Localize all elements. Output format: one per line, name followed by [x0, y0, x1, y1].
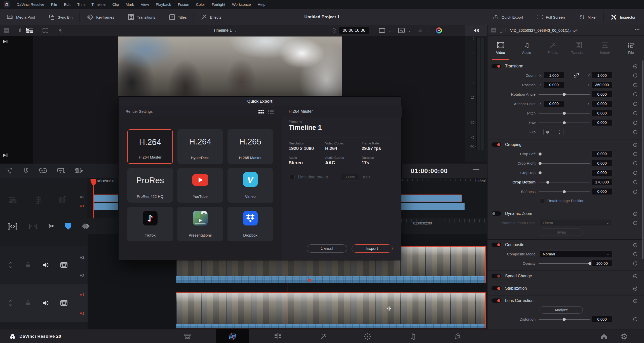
- track-resize-icon[interactable]: [8, 262, 14, 268]
- titles-button[interactable]: Titles: [162, 9, 194, 25]
- preset-hyperdeck[interactable]: H.264 HyperDeck: [177, 129, 223, 164]
- crop-top-slider[interactable]: [539, 173, 590, 173]
- composite-toggle[interactable]: [491, 243, 501, 247]
- crop-left-field[interactable]: 0.000: [591, 150, 613, 157]
- opacity-slider[interactable]: [539, 263, 590, 264]
- reset-icon[interactable]: [632, 161, 638, 166]
- track-label-v1[interactable]: V1: [76, 292, 88, 297]
- limit-data-rate-checkbox[interactable]: [290, 175, 295, 179]
- crop-right-field[interactable]: 0.000: [591, 160, 613, 166]
- reset-add-icon[interactable]: [632, 286, 638, 291]
- anchor-x-field[interactable]: 0.000: [543, 100, 564, 107]
- page-cut[interactable]: [223, 329, 242, 343]
- reset-icon[interactable]: [632, 82, 638, 88]
- page-edit[interactable]: [269, 329, 287, 343]
- clip-thumb-icon[interactable]: [490, 28, 497, 33]
- flip-horizontal-button[interactable]: [543, 129, 552, 135]
- snapping-tool-icon[interactable]: [65, 223, 71, 230]
- menu-fusion[interactable]: Fusion: [178, 2, 189, 7]
- zoom-y-field[interactable]: 1.000: [591, 72, 613, 79]
- playhead-line[interactable]: [93, 179, 94, 218]
- reset-icon[interactable]: [632, 317, 638, 322]
- settings-gear-icon[interactable]: ⚙: [615, 329, 633, 343]
- reset-add-icon[interactable]: [632, 142, 638, 148]
- menu-timeline[interactable]: Timeline: [91, 2, 105, 7]
- keyframe-tool-icon[interactable]: [82, 223, 91, 230]
- zoom-x-field[interactable]: 1.000: [543, 72, 564, 79]
- reset-icon[interactable]: [632, 120, 638, 126]
- tab-image[interactable]: Image: [592, 35, 618, 61]
- preset-dropbox[interactable]: Dropbox: [228, 207, 273, 241]
- preset-youtube[interactable]: YouTube: [177, 168, 223, 203]
- color-wheel-icon[interactable]: [436, 27, 442, 33]
- preset-tiktok[interactable]: ♪ TikTok: [127, 207, 173, 241]
- menu-workspace[interactable]: Workspace: [232, 2, 251, 7]
- crop-left-slider[interactable]: [539, 154, 590, 154]
- preset-h264-master[interactable]: H.264 H.264 Master: [127, 129, 173, 164]
- effects-button[interactable]: Effects: [194, 9, 228, 25]
- grid-view-icon[interactable]: [258, 109, 264, 115]
- menu-help[interactable]: Help: [258, 2, 266, 7]
- sync-bin-button[interactable]: Sync Bin: [42, 9, 79, 25]
- preset-h265-master[interactable]: H.265 H.265 Master: [228, 129, 273, 164]
- reset-add-icon[interactable]: [632, 64, 638, 69]
- select-tool-icon[interactable]: [8, 223, 18, 230]
- crop-bottom-field[interactable]: 170.000: [591, 179, 613, 185]
- chevron-down-icon[interactable]: ⌄: [426, 29, 430, 32]
- home-icon[interactable]: [595, 329, 613, 343]
- strip-view-icon[interactable]: [26, 28, 33, 33]
- retain-image-position-checkbox[interactable]: [540, 199, 544, 203]
- menu-color[interactable]: Color: [196, 2, 205, 7]
- timeline-options-icon[interactable]: [6, 168, 13, 174]
- skip-forward-icon[interactable]: [3, 153, 8, 158]
- timeline-menu-icon[interactable]: [473, 169, 479, 174]
- track-label-a2[interactable]: A2: [76, 273, 88, 278]
- swap-button[interactable]: Swap: [540, 228, 583, 236]
- skip-forward-icon[interactable]: [3, 39, 8, 44]
- speaker-icon[interactable]: [42, 262, 49, 268]
- lock-icon[interactable]: [25, 262, 31, 268]
- yaw-slider[interactable]: [539, 123, 590, 123]
- tab-video[interactable]: Video: [487, 35, 514, 61]
- speaker-icon[interactable]: [42, 300, 49, 306]
- razor-tool-icon[interactable]: ✂: [48, 222, 55, 231]
- mixer-mini-icon[interactable]: [35, 196, 42, 204]
- stabilization-toggle[interactable]: [491, 286, 501, 290]
- safe-area-icon[interactable]: [379, 28, 385, 33]
- track-list-icon[interactable]: [9, 196, 17, 204]
- voiceover-mic-icon[interactable]: [23, 167, 29, 174]
- cancel-button[interactable]: Cancel: [307, 244, 347, 253]
- grid-view-icon[interactable]: [43, 28, 49, 33]
- preset-presentations[interactable]: ••• Presentations: [177, 207, 223, 241]
- full-screen-button[interactable]: Full Screen: [530, 9, 572, 25]
- crop-right-slider[interactable]: [539, 163, 590, 164]
- softness-slider[interactable]: [539, 192, 590, 192]
- tab-audio[interactable]: ♫ Audio: [514, 35, 540, 61]
- preset-prores[interactable]: ProRes ProRes 422 HQ: [127, 168, 173, 203]
- clip-strip-icon[interactable]: [500, 28, 506, 33]
- menu-edit[interactable]: Edit: [64, 2, 70, 7]
- softness-field[interactable]: 0.000: [591, 188, 613, 195]
- timeline-selector[interactable]: Timeline 1: [213, 28, 232, 33]
- distortion-field[interactable]: 0.000: [591, 316, 613, 322]
- mini-track-v2[interactable]: V2: [76, 195, 88, 199]
- poi-add-icon[interactable]: POI: [57, 167, 65, 174]
- preview-playback-icon[interactable]: [75, 168, 84, 174]
- page-media[interactable]: [178, 329, 197, 343]
- reset-icon[interactable]: [632, 189, 638, 195]
- reset-icon[interactable]: [632, 170, 638, 176]
- reset-icon[interactable]: [632, 101, 638, 107]
- reset-icon[interactable]: [632, 261, 638, 266]
- proxy-hq-icon[interactable]: HQ: [398, 28, 405, 33]
- menu-app[interactable]: DaVinci Resolve: [17, 2, 44, 7]
- broadcast-icon[interactable]: [58, 28, 63, 33]
- analyze-button[interactable]: Analyze: [540, 306, 583, 314]
- clip-v1[interactable]: [176, 292, 486, 328]
- rotation-slider[interactable]: [539, 94, 590, 95]
- reset-add-icon[interactable]: [632, 274, 638, 279]
- viewer-timecode[interactable]: 00:00:16:06: [339, 27, 369, 34]
- reset-icon[interactable]: [632, 129, 638, 135]
- reset-icon[interactable]: [632, 220, 638, 226]
- tab-effects[interactable]: Effects: [540, 35, 566, 61]
- video-preview[interactable]: [118, 36, 342, 96]
